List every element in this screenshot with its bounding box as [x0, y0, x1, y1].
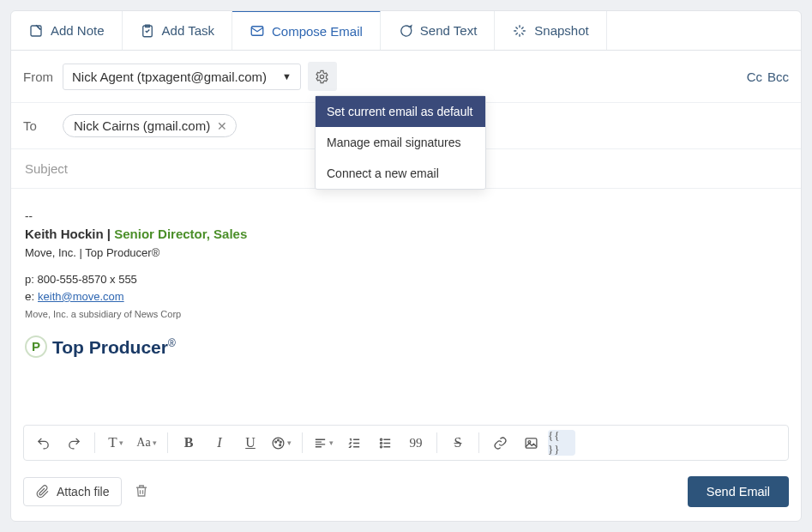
signature-title: Senior Director, Sales	[114, 227, 247, 241]
trash-icon	[134, 483, 149, 499]
underline-button[interactable]: U	[237, 430, 264, 456]
recipient-name: Nick Cairns (gmail.com)	[74, 118, 210, 133]
svg-point-3	[321, 75, 324, 78]
compose-panel: Add Note Add Task Compose Email Send Tex…	[10, 10, 802, 522]
gear-icon	[315, 70, 329, 84]
recipient-chip[interactable]: Nick Cairns (gmail.com) ✕	[63, 114, 237, 137]
from-label: From	[23, 70, 63, 84]
svg-point-9	[380, 438, 382, 440]
from-value: Nick Agent (tpxagent@gmail.com)	[72, 70, 267, 84]
bcc-link[interactable]: Bcc	[767, 70, 789, 84]
tab-send-text[interactable]: Send Text	[381, 11, 495, 50]
font-family-button[interactable]: Aa▾	[133, 430, 160, 456]
merge-fields-button[interactable]: {{ }}	[548, 430, 575, 456]
editor-toolbar: T▾ Aa▾ B I U ▾ ▾ 99 S {{ }}	[23, 425, 789, 461]
strikethrough-button[interactable]: S	[444, 430, 472, 456]
menu-set-default[interactable]: Set current email as default	[316, 96, 485, 127]
task-icon	[140, 23, 155, 39]
redo-icon	[67, 436, 81, 450]
numbered-list-button[interactable]	[340, 430, 368, 456]
tab-compose-email[interactable]: Compose Email	[232, 10, 381, 50]
tab-add-task[interactable]: Add Task	[123, 11, 232, 50]
snapshot-icon	[512, 23, 527, 39]
svg-point-10	[380, 442, 382, 444]
chevron-down-icon: ▼	[282, 71, 292, 82]
compose-footer: Attach file Send Email	[11, 476, 801, 521]
insert-image-button[interactable]	[517, 430, 544, 456]
tab-label: Send Text	[420, 23, 477, 38]
tab-label: Snapshot	[534, 23, 588, 38]
attach-file-button[interactable]: Attach file	[23, 477, 122, 506]
paperclip-icon	[36, 485, 50, 499]
svg-point-11	[380, 445, 382, 447]
email-settings-menu: Set current email as default Manage emai…	[315, 95, 486, 190]
svg-point-7	[280, 441, 281, 443]
from-select[interactable]: Nick Agent (tpxagent@gmail.com) ▼	[63, 63, 301, 90]
chevron-down-icon: ▾	[119, 438, 123, 447]
email-icon	[250, 23, 265, 39]
email-settings-button[interactable]	[308, 62, 337, 91]
undo-icon	[36, 436, 51, 450]
svg-rect-0	[31, 26, 41, 36]
menu-manage-signatures[interactable]: Manage email signatures	[316, 127, 485, 158]
logo-reg: ®	[168, 337, 176, 349]
cc-bcc-toggle[interactable]: Cc Bcc	[747, 70, 789, 84]
signature-disclaimer: Move, Inc. a subsidiary of News Corp	[25, 307, 787, 322]
action-tabs: Add Note Add Task Compose Email Send Tex…	[11, 11, 801, 51]
tab-label: Add Task	[162, 23, 214, 38]
tab-label: Compose Email	[272, 24, 363, 39]
bullet-list-button[interactable]	[371, 430, 399, 456]
signature-company: Move, Inc. | Top Producer®	[25, 245, 787, 262]
from-row: From Nick Agent (tpxagent@gmail.com) ▼ C…	[11, 51, 801, 103]
redo-button[interactable]	[60, 430, 87, 456]
svg-point-8	[280, 444, 281, 445]
email-label: e:	[25, 290, 38, 303]
ordered-list-icon	[347, 436, 362, 450]
chevron-down-icon: ▾	[153, 438, 157, 447]
chevron-down-icon: ▾	[329, 438, 334, 447]
palette-icon	[271, 436, 286, 450]
chevron-down-icon: ▾	[287, 438, 292, 447]
signature-name: Keith Hockin	[25, 227, 104, 241]
logo-text: Top Producer	[52, 337, 168, 357]
bold-button[interactable]: B	[175, 430, 202, 456]
insert-link-button[interactable]	[486, 430, 514, 456]
cc-link[interactable]: Cc	[747, 70, 762, 84]
font-size-button[interactable]: T▾	[102, 430, 129, 456]
tab-label: Add Note	[51, 23, 105, 38]
remove-recipient-icon[interactable]: ✕	[217, 119, 227, 133]
unordered-list-icon	[378, 436, 393, 450]
align-button[interactable]: ▾	[310, 430, 337, 456]
menu-connect-email[interactable]: Connect a new email	[316, 158, 485, 189]
note-icon	[28, 23, 44, 39]
signature-email[interactable]: keith@move.com	[38, 290, 124, 303]
discard-button[interactable]	[134, 483, 149, 501]
signature-block: -- Keith Hockin | Senior Director, Sales…	[25, 208, 787, 360]
phone-label: p:	[25, 273, 37, 286]
undo-button[interactable]	[29, 430, 57, 456]
align-left-icon	[313, 436, 328, 450]
signature-pipe: |	[104, 227, 115, 241]
email-body[interactable]: -- Keith Hockin | Senior Director, Sales…	[11, 189, 801, 425]
attach-label: Attach file	[57, 485, 109, 499]
svg-point-5	[275, 441, 277, 443]
link-icon	[493, 436, 508, 450]
chat-icon	[398, 23, 413, 39]
blockquote-button[interactable]: 99	[402, 430, 430, 456]
top-producer-logo: P Top Producer®	[25, 334, 787, 361]
logo-mark-icon: P	[25, 336, 47, 358]
send-email-button[interactable]: Send Email	[688, 476, 789, 507]
tab-snapshot[interactable]: Snapshot	[495, 11, 606, 50]
tab-add-note[interactable]: Add Note	[11, 11, 123, 50]
italic-button[interactable]: I	[206, 430, 233, 456]
svg-rect-12	[526, 438, 537, 447]
image-icon	[524, 436, 538, 450]
signature-separator: --	[25, 208, 787, 225]
text-color-button[interactable]: ▾	[268, 430, 295, 456]
signature-phone: 800-555-8570 x 555	[37, 273, 136, 286]
svg-point-6	[278, 439, 280, 441]
to-label: To	[23, 118, 63, 133]
